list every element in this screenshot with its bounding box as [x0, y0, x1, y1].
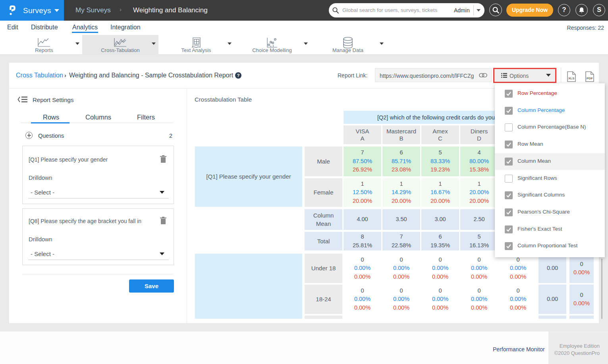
svg-text:PDF: PDF — [587, 77, 593, 80]
svg-text:XLS: XLS — [568, 77, 575, 80]
